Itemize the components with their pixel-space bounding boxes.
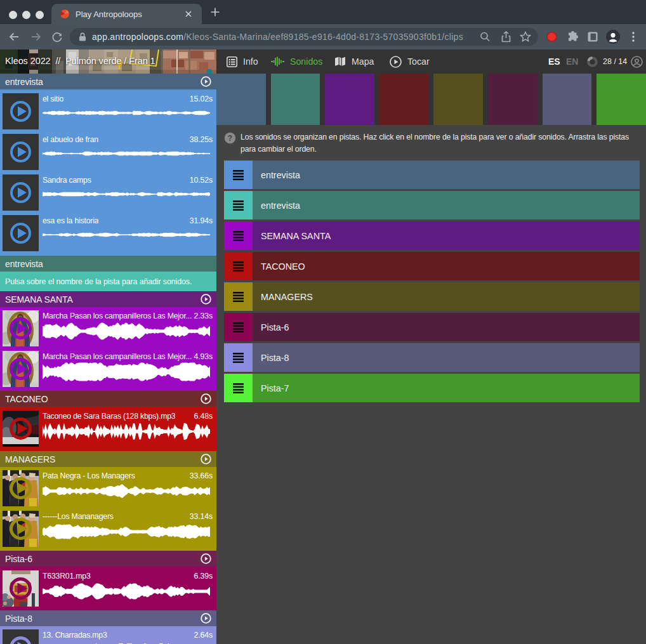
svg-text:?: ? [228, 134, 232, 143]
